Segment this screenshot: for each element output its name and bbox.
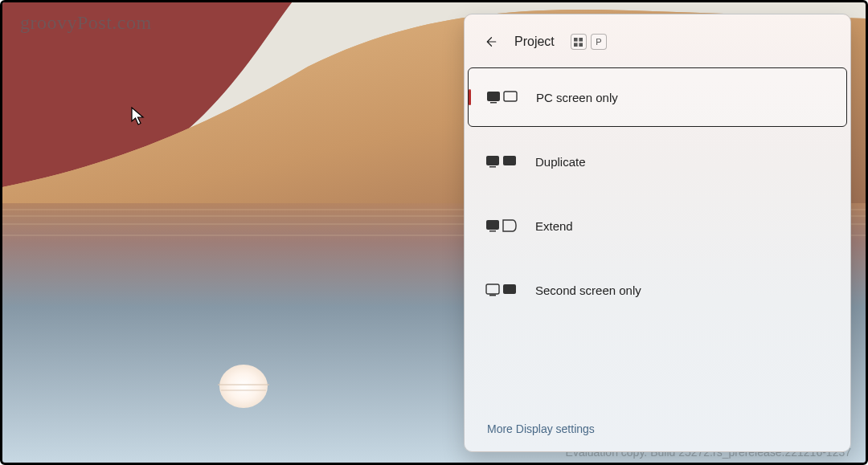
option-extend[interactable]: Extend [468,196,847,255]
flyout-header: Project P [465,16,850,67]
watermark-top: groovyPost.com [20,12,152,34]
option-label: Second screen only [535,283,641,297]
arrow-left-icon [483,35,497,49]
back-button[interactable] [476,27,505,56]
more-display-settings-link[interactable]: More Display settings [465,408,850,451]
svg-rect-17 [489,166,496,168]
svg-rect-14 [490,102,497,104]
svg-rect-7 [218,384,269,385]
svg-rect-10 [579,38,583,42]
svg-rect-20 [489,230,496,232]
duplicate-icon [485,153,518,169]
svg-rect-12 [579,43,583,47]
option-label: PC screen only [536,91,618,104]
svg-rect-8 [221,390,266,391]
extend-icon [485,218,518,234]
svg-rect-9 [574,38,578,42]
svg-rect-16 [486,156,499,165]
option-duplicate[interactable]: Duplicate [468,132,847,191]
svg-rect-19 [486,220,499,230]
svg-rect-15 [504,92,517,101]
option-pc-screen-only[interactable]: PC screen only [468,67,847,127]
keyboard-shortcut-hint: P [571,34,607,50]
svg-rect-18 [503,156,516,165]
option-label: Extend [535,219,573,233]
second-screen-only-icon [485,282,518,298]
svg-rect-22 [489,295,496,296]
svg-point-6 [219,365,268,408]
windows-key-icon [571,34,587,50]
flyout-title: Project [514,35,555,49]
option-second-screen-only[interactable]: Second screen only [468,260,847,320]
option-label: Duplicate [535,155,586,169]
p-key: P [591,34,607,50]
project-flyout: Project P PC screen only [464,14,851,452]
project-options: PC screen only Duplicate [465,67,850,320]
svg-rect-13 [487,92,500,101]
svg-rect-21 [486,284,499,294]
svg-rect-23 [503,284,516,294]
pc-screen-only-icon [486,89,518,105]
svg-rect-11 [574,43,578,47]
